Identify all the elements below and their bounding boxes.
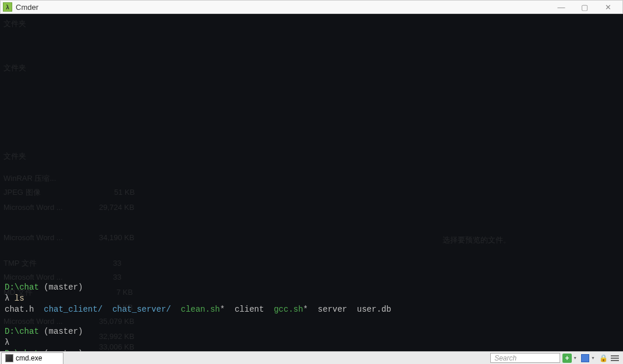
ghost-text: 33: [113, 272, 121, 283]
terminal-tab[interactable]: cmd.exe: [1, 352, 63, 364]
ghost-text: 文件夹: [3, 63, 26, 73]
prompt-lambda: λ: [5, 294, 9, 303]
cmd-icon: [5, 354, 13, 362]
ghost-text: Microsoft Word ...: [3, 202, 63, 213]
menu-button[interactable]: [610, 354, 620, 363]
prompt-branch: (master): [44, 327, 83, 336]
dropdown-icon[interactable]: ▼: [591, 356, 595, 360]
prompt-path: D:\chat: [5, 327, 39, 336]
ls-entry: chat_client: [44, 305, 97, 314]
tab-label: cmd.exe: [16, 354, 42, 362]
ghost-text: 51 KB: [114, 187, 134, 198]
new-tab-button[interactable]: +: [562, 354, 572, 363]
prompt-lambda: λ: [5, 338, 9, 347]
ghost-text: 文件夹: [3, 19, 26, 29]
status-bar: cmd.exe Search + ▼ ▼ 🔒: [0, 351, 623, 364]
ls-entry: gcc.sh: [274, 305, 303, 314]
ghost-text: 29,724 KB: [99, 202, 134, 213]
terminal-output[interactable]: 文件夹 文件夹 文件夹 WinRAR 压缩... JPEG 图像 51 KB M…: [0, 14, 623, 351]
ls-entry: client: [235, 305, 264, 314]
ghost-text: 33,006 KB: [99, 342, 134, 351]
ghost-text: 35,079 KB: [99, 316, 134, 327]
ghost-text: 7 KB: [116, 287, 133, 298]
ls-entry: chat_server: [112, 305, 166, 314]
dropdown-icon[interactable]: ▼: [573, 356, 577, 360]
ghost-text: 32,992 KB: [99, 331, 134, 342]
app-icon: λ: [3, 2, 12, 12]
prompt-branch: (master): [44, 283, 83, 292]
window-title: Cmder: [16, 3, 554, 12]
ls-entry: chat.h: [5, 305, 34, 314]
ghost-text: Microsoft Word ...: [3, 316, 63, 327]
ghost-text: WinRAR 压缩...: [3, 173, 56, 184]
window-layout-button[interactable]: [580, 354, 590, 363]
ghost-text: 文件夹: [3, 151, 26, 162]
window-controls: — ▢ ✕: [554, 2, 620, 12]
ls-entry: clean.sh: [181, 305, 220, 314]
status-right-group: Search + ▼ ▼ 🔒: [490, 353, 623, 363]
ghost-text: 34,190 KB: [99, 233, 134, 243]
prompt-branch: (master): [44, 349, 83, 351]
ghost-text: 选择要预览的文件。: [443, 235, 511, 245]
prompt-path: D:\chat: [5, 349, 39, 351]
close-button[interactable]: ✕: [600, 2, 615, 12]
ghost-text: Microsoft Word ...: [3, 272, 63, 283]
search-input[interactable]: Search: [490, 353, 560, 363]
window-titlebar: λ Cmder — ▢ ✕: [0, 0, 623, 14]
ghost-text: 33: [113, 258, 121, 269]
ls-entry: server: [318, 305, 347, 314]
ghost-text: Microsoft Word ...: [3, 233, 63, 243]
command-ls: ls: [15, 294, 24, 303]
lock-icon[interactable]: 🔒: [599, 354, 608, 363]
ls-entry: user.db: [357, 305, 391, 314]
prompt-path: D:\chat: [5, 283, 39, 292]
maximize-button[interactable]: ▢: [577, 2, 592, 12]
ghost-text: JPEG 图像: [3, 187, 41, 198]
minimize-button[interactable]: —: [554, 2, 569, 12]
ghost-text: TMP 文件: [3, 258, 37, 269]
